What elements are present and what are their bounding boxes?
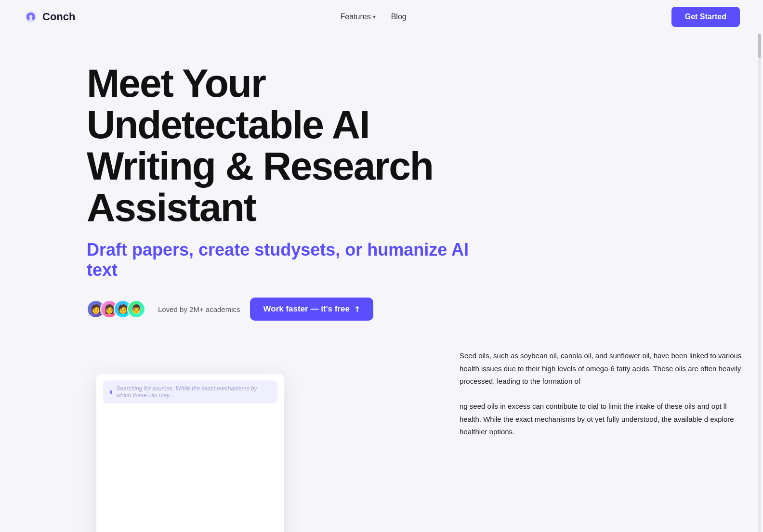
chevron-down-icon: ▾ [373, 13, 376, 20]
conch-logo-icon [23, 9, 39, 25]
avatar: 👨 [127, 300, 145, 318]
blog-nav-item[interactable]: Blog [391, 13, 407, 21]
arrow-icon: ↗ [351, 304, 362, 315]
hero-subtitle: Draft papers, create studysets, or human… [87, 240, 491, 280]
get-started-button[interactable]: Get Started [671, 7, 740, 27]
navbar: Conch Features ▾ Blog Get Started [0, 0, 763, 34]
logo-link[interactable]: Conch [23, 9, 75, 25]
demo-wrapper: Seed oils, such as soybean oil, canola o… [0, 350, 763, 532]
hero-title: Meet Your Undetectable AI Writing & Rese… [87, 63, 491, 228]
logo-text: Conch [42, 11, 75, 23]
loved-by-text: Loved by 2M+ academics [158, 305, 240, 313]
hero-section: Meet Your Undetectable AI Writing & Rese… [0, 34, 578, 340]
features-nav-item[interactable]: Features ▾ [341, 13, 376, 21]
work-faster-button[interactable]: Work faster — it's free ↗ [250, 298, 373, 321]
demo-floating-card: Searching for sources. While the exact m… [96, 374, 284, 532]
hero-cta-row: 🧑 👩 🧑 👨 Loved by 2M+ academics Work fast… [87, 298, 491, 321]
demo-background-text: Seed oils, such as soybean oil, canola o… [460, 350, 744, 438]
page-scrollbar[interactable] [758, 0, 761, 532]
loading-indicator [110, 390, 112, 394]
demo-card-overlay: Searching for sources. While the exact m… [96, 374, 284, 532]
nav-center: Features ▾ Blog [341, 13, 407, 21]
avatar-group: 🧑 👩 🧑 👨 [87, 300, 145, 318]
card-search-bar: Searching for sources. While the exact m… [103, 380, 277, 403]
loading-text: Searching for sources. While the exact m… [116, 385, 271, 399]
